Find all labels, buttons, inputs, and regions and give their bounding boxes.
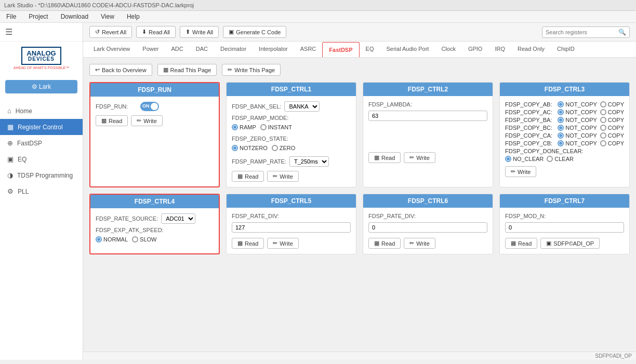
fdsp-rate-div5-input[interactable] [232,222,351,233]
copy-bc-notcopy[interactable]: NOT_COPY [558,125,597,131]
fdsp-copy-ac-row: FDSP_COPY_AC: NOT_COPY COPY [505,109,624,115]
menu-help[interactable]: Help [125,12,142,21]
fdsp-ctrl6-write-button[interactable]: ✏ Write [404,238,435,249]
fdsp-ctrl5-read-button[interactable]: ▦ Read [232,238,264,249]
page-content: ↩ Back to Overview ▦ Read This Page ✏ Wr… [83,58,636,352]
fdsp-rate-source-select[interactable]: ADC01 ADC23 [161,213,195,224]
tab-eq[interactable]: EQ [360,42,380,57]
fdsp-ctrl5-write-button[interactable]: ✏ Write [267,238,298,249]
copy-ba-copy[interactable]: COPY [600,117,624,123]
hamburger-button[interactable]: ☰ [5,27,12,37]
tab-lark-overview[interactable]: Lark Overview [87,42,136,57]
copy-bc-copy[interactable]: COPY [600,125,624,131]
exp-atk-normal[interactable]: NORMAL [96,236,128,242]
ctrl7-read-icon: ▦ [511,240,516,247]
ctrl6-read-icon: ▦ [374,240,379,247]
tab-interpolator[interactable]: Interpolator [253,42,294,57]
search-input[interactable] [546,29,618,35]
zero-state-zero[interactable]: ZERO [272,145,296,151]
copy-ac-copy[interactable]: COPY [600,109,624,115]
fdsp-ctrl7-read-button[interactable]: ▦ Read [505,238,537,249]
write-all-button[interactable]: ⬆ Write All [180,26,219,38]
menu-file[interactable]: File [4,12,18,21]
sidebar-item-tdsp[interactable]: ◑ TDSP Programming [0,167,83,183]
ctrl1-write-icon: ✏ [273,173,277,180]
fdsp-rate-div6-input[interactable] [368,222,487,233]
exp-atk-slow[interactable]: SLOW [132,236,156,242]
fdsp-ctrl3-write-button[interactable]: ✏ Write [505,166,536,177]
fdsp-run-body: FDSP_RUN: ON ▦ Read [90,97,219,131]
ramp-mode-ramp[interactable]: RAMP [232,124,256,130]
fdsp-run-read-button[interactable]: ▦ Read [96,115,128,126]
copy-ac-notcopy[interactable]: NOT_COPY [558,109,597,115]
back-to-overview-button[interactable]: ↩ Back to Overview [89,64,152,76]
write-this-page-button[interactable]: ✏ Write This Page [222,64,281,76]
toggle-thumb [151,103,158,110]
tab-serial-audio-port[interactable]: Serial Audio Port [380,42,435,57]
generate-c-code-button[interactable]: ▣ Generate C Code [223,26,286,38]
fdsp-ctrl3-card: FDSP_CTRL3 FDSP_COPY_AB: NOT_COPY COPY F… [499,82,630,187]
copy-ca-copy[interactable]: COPY [600,132,624,139]
fdsp-ramp-rate-select[interactable]: T_250ms T_500ms [289,156,329,167]
copy-ab-copy[interactable]: COPY [600,101,624,107]
sidebar-item-pll[interactable]: ⚙ PLL [0,183,83,199]
fdsp-bank-sel-field: FDSP_BANK_SEL: BANKA BANKB BANKC [232,101,351,112]
fdsp-lambda-input[interactable] [368,111,487,121]
menu-view[interactable]: View [99,12,116,21]
fdsp-copy-ca-row: FDSP_COPY_CA: NOT_COPY COPY [505,132,624,139]
copy-cb-copy[interactable]: COPY [600,140,624,146]
fdsp-ctrl1-write-button[interactable]: ✏ Write [267,171,298,182]
fdsp-run-write-button[interactable]: ✏ Write [131,115,162,126]
toggle-track[interactable]: ON [140,102,159,111]
tab-chipid[interactable]: ChipID [551,42,581,57]
fdsp-ctrl5-header: FDSP_CTRL5 [227,194,356,208]
fdsp-copy-cb-radio: NOT_COPY COPY [558,140,624,146]
tab-irq[interactable]: IRQ [488,42,511,57]
menu-download[interactable]: Download [59,12,90,21]
tab-adc[interactable]: ADC [165,42,189,57]
sidebar-item-home[interactable]: ⌂ Home [0,103,83,119]
zero-state-notzero[interactable]: NOTZERO [232,145,268,151]
sidebar-item-eq[interactable]: ▣ EQ [0,151,83,167]
lark-button[interactable]: ⚙ Lark [5,80,77,93]
tab-dac[interactable]: DAC [190,42,214,57]
fdsp-ctrl1-card: FDSP_CTRL1 FDSP_BANK_SEL: BANKA BANKB BA… [226,82,356,187]
menu-project[interactable]: Project [27,12,50,21]
fdsp-bank-sel-select[interactable]: BANKA BANKB BANKC [284,101,320,112]
copy-ba-notcopy[interactable]: NOT_COPY [558,117,597,123]
tab-asrc[interactable]: ASRC [294,42,323,57]
tab-gpio[interactable]: GPIO [462,42,489,57]
fdsp-ctrl1-read-button[interactable]: ▦ Read [232,171,264,182]
copy-done-clear[interactable]: CLEAR [547,156,574,162]
fdsp-ctrl7-write-button[interactable]: ▣ SDFP©ADI_OP [540,238,600,249]
copy-ab-copy-circle [600,101,606,107]
copy-done-noclear[interactable]: NO_CLEAR [505,156,544,162]
tab-clock[interactable]: Clock [435,42,462,57]
tab-read-only[interactable]: Read Only [511,42,551,57]
fdsp-ctrl6-read-button[interactable]: ▦ Read [368,238,401,249]
copy-cb-notcopy[interactable]: NOT_COPY [558,140,597,146]
fdsp-ctrl1-actions: ▦ Read ✏ Write [232,171,351,182]
write-icon: ✏ [137,117,141,124]
copy-ab-notcopy[interactable]: NOT_COPY [558,101,597,107]
read-this-page-button[interactable]: ▦ Read This Page [157,64,217,76]
tab-decimator[interactable]: Decimator [214,42,253,57]
tab-power[interactable]: Power [136,42,165,57]
fdsp-ctrl6-header: FDSP_CTRL6 [363,194,493,208]
fdsp-ctrl2-read-button[interactable]: ▦ Read [368,152,401,163]
window-title: Lark Studio - *D:\1860\ADAU1860 CODE\4-A… [4,2,194,8]
read-all-button[interactable]: ⬇ Read All [136,26,176,38]
sidebar-item-fastdsp-label: FastDSP [17,140,42,147]
sidebar-item-fastdsp[interactable]: ⊕ FastDSP [0,135,83,151]
fdsp-ctrl2-write-button[interactable]: ✏ Write [404,152,435,163]
fdsp-mod-n-field: FDSP_MOD_N: [505,213,624,219]
sidebar-item-register-control[interactable]: ▦ Register Control [0,119,83,135]
fdsp-copy-done-label: FDSP_COPY_DONE_CLEAR: [505,148,583,154]
copy-ca-notcopy[interactable]: NOT_COPY [558,132,597,139]
revert-all-button[interactable]: ↺ Revert All [89,26,132,38]
logo-devices: DEVICES [28,57,55,62]
ramp-mode-instant[interactable]: INSTANT [260,124,292,130]
tab-fastdsp[interactable]: FastDSP [322,42,359,57]
fdsp-mod-n-input[interactable] [505,222,624,233]
fdsp-run-toggle[interactable]: ON [140,102,159,111]
